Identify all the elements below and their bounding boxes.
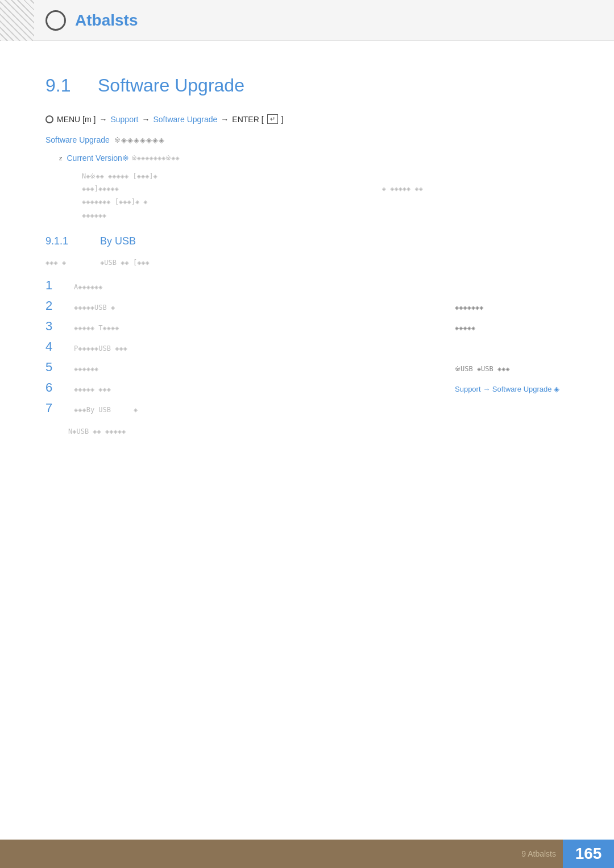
page-header: Atbalsts xyxy=(0,0,614,41)
version-line2-left: ◈◈◈]◈◈◈◈◈ xyxy=(82,183,119,196)
step-6-right: Support → Software Upgrade ◈ xyxy=(455,385,569,393)
step-2-number: 2 xyxy=(45,298,74,313)
enter-icon: ↵ xyxy=(267,114,278,124)
version-label-corrupted: ※◈◈◈◈◈◈◈※◈◈ xyxy=(131,154,180,162)
step-4-text: P◈◈◈◈◈USB ◈◈◈ xyxy=(74,344,569,352)
step-6-left: ◈◈◈◈◈ ◈◈◈ xyxy=(74,385,111,393)
nav-enter-close: ] xyxy=(281,115,284,124)
step-1-left: A◈◈◈◈◈◈ xyxy=(74,283,103,291)
subsection-number: 9.1.1 xyxy=(45,235,91,247)
step-6-number: 6 xyxy=(45,380,74,395)
step-3-number: 3 xyxy=(45,319,74,334)
step-4: 4 P◈◈◈◈◈USB ◈◈◈ xyxy=(45,339,569,354)
subsection-title: By USB xyxy=(100,235,136,247)
section-heading: 9.1 Software Upgrade xyxy=(45,75,569,96)
nav-arrow1: → xyxy=(99,115,107,124)
version-line1-left: N◈※◈◈ ◈◈◈◈◈ [◈◈◈]◈ xyxy=(82,172,157,180)
step-7-number: 7 xyxy=(45,401,74,416)
steps-list: 1 A◈◈◈◈◈◈ 2 ◈◈◈◈◈USB ◈ ◈◈◈◈◈◈◈ 3 ◈◈◈◈◈ T… xyxy=(45,278,569,416)
nav-arrow2: → xyxy=(142,115,150,124)
version-bullet: z xyxy=(59,155,63,161)
step-5: 5 ◈◈◈◈◈◈ ※USB ◈USB ◈◈◈ xyxy=(45,360,569,375)
note-content: N◈USB ◈◈ ◈◈◈◈◈ xyxy=(68,427,126,435)
step-6-text: ◈◈◈◈◈ ◈◈◈ Support → Software Upgrade ◈ xyxy=(74,385,569,393)
intro-text: ◈◈◈ ◈ ◈USB ◈◈ [◈◈◈ xyxy=(45,259,569,267)
step-4-left: P◈◈◈◈◈USB ◈◈◈ xyxy=(74,344,127,352)
subsection-heading: 9.1.1 By USB xyxy=(45,235,569,247)
nav-enter-label: ENTER [ xyxy=(232,115,263,124)
sw-label-text: Software Upgrade xyxy=(45,135,110,144)
intro-left: ◈◈◈ ◈ xyxy=(45,259,66,267)
step-3-right: ◈◈◈◈◈ xyxy=(455,324,569,332)
footer-section-label: 9 Atbalsts xyxy=(521,849,556,858)
step-1-number: 1 xyxy=(45,278,74,293)
nav-menu: MENU [m ] xyxy=(57,115,96,124)
nav-arrow3: → xyxy=(221,115,229,124)
section-number: 9.1 xyxy=(45,75,80,96)
footer-page-number: 165 xyxy=(563,840,614,868)
sw-corrupted: ※◈◈◈◈◈◈◈ xyxy=(114,136,165,144)
current-version-label: z Current Version※ ※◈◈◈◈◈◈◈※◈◈ xyxy=(59,153,569,163)
step-5-text: ◈◈◈◈◈◈ ※USB ◈USB ◈◈◈ xyxy=(74,365,569,373)
version-title: Current Version※ xyxy=(67,153,129,163)
step-3-text: ◈◈◈◈◈ T◈◈◈◈ ◈◈◈◈◈ xyxy=(74,324,569,332)
version-line-4: ◈◈◈◈◈◈ xyxy=(82,209,569,222)
step-3: 3 ◈◈◈◈◈ T◈◈◈◈ ◈◈◈◈◈ xyxy=(45,319,569,334)
section-title: Software Upgrade xyxy=(98,75,244,96)
step-2-left: ◈◈◈◈◈USB ◈ xyxy=(74,304,115,312)
step-7-left: ◈◈◈By USB xyxy=(74,406,111,414)
menu-circle-icon xyxy=(45,115,53,123)
step-2-text: ◈◈◈◈◈USB ◈ ◈◈◈◈◈◈◈ xyxy=(74,304,569,312)
step-6: 6 ◈◈◈◈◈ ◈◈◈ Support → Software Upgrade ◈ xyxy=(45,380,569,395)
page-footer: 9 Atbalsts 165 xyxy=(0,840,614,868)
step-5-right: ※USB ◈USB ◈◈◈ xyxy=(455,365,569,373)
main-content: 9.1 Software Upgrade MENU [m ] → Support… xyxy=(0,41,614,481)
version-info: N◈※◈◈ ◈◈◈◈◈ [◈◈◈]◈ ◈◈◈]◈◈◈◈◈ ◈ ◈◈◈◈◈ ◈◈ … xyxy=(59,169,569,222)
step-4-number: 4 xyxy=(45,339,74,354)
header-title: Atbalsts xyxy=(75,11,138,30)
version-line3-left: ◈◈◈◈◈◈◈ [◈◈◈]◈ ◈ xyxy=(82,198,148,206)
intro-right: ◈USB ◈◈ [◈◈◈ xyxy=(100,259,150,267)
step-2: 2 ◈◈◈◈◈USB ◈ ◈◈◈◈◈◈◈ xyxy=(45,298,569,313)
current-version-section: z Current Version※ ※◈◈◈◈◈◈◈※◈◈ N◈※◈◈ ◈◈◈… xyxy=(45,153,569,222)
version-line4-left: ◈◈◈◈◈◈ xyxy=(82,211,106,219)
sw-upgrade-label: Software Upgrade ※◈◈◈◈◈◈◈ xyxy=(45,135,569,144)
step-5-number: 5 xyxy=(45,360,74,375)
note-text: N◈USB ◈◈ ◈◈◈◈◈ xyxy=(45,427,569,435)
version-line-2: ◈◈◈]◈◈◈◈◈ ◈ ◈◈◈◈◈ ◈◈ xyxy=(82,183,423,196)
version-line-3: ◈◈◈◈◈◈◈ [◈◈◈]◈ ◈ xyxy=(82,195,569,209)
step-5-left: ◈◈◈◈◈◈ xyxy=(74,365,98,373)
version-line2-right: ◈ ◈◈◈◈◈ ◈◈ xyxy=(382,183,423,196)
step-1: 1 A◈◈◈◈◈◈ xyxy=(45,278,569,293)
step-7: 7 ◈◈◈By USB ◈ xyxy=(45,401,569,416)
chapter-icon xyxy=(45,10,66,31)
nav-path: MENU [m ] → Support → Software Upgrade →… xyxy=(45,114,569,124)
step-3-left: ◈◈◈◈◈ T◈◈◈◈ xyxy=(74,324,119,332)
nav-software-upgrade: Software Upgrade xyxy=(154,115,218,124)
nav-support: Support xyxy=(110,115,138,124)
version-line-1: N◈※◈◈ ◈◈◈◈◈ [◈◈◈]◈ xyxy=(82,169,569,183)
step-7-middle: ◈ xyxy=(134,406,138,414)
step-7-text: ◈◈◈By USB ◈ xyxy=(74,406,569,414)
step-2-right: ◈◈◈◈◈◈◈ xyxy=(455,304,569,312)
step-1-text: A◈◈◈◈◈◈ xyxy=(74,283,569,291)
